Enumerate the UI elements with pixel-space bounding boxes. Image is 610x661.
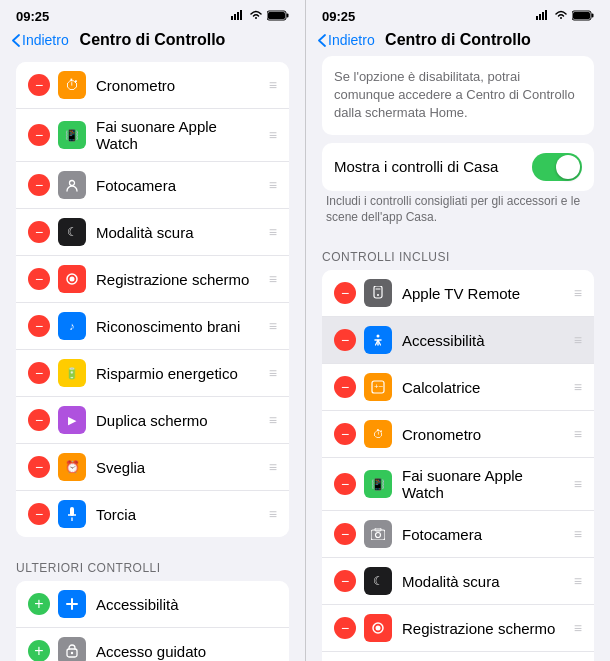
list-item[interactable]: − 📳 Fai suonare Apple Watch ≡: [322, 458, 594, 511]
list-item[interactable]: − ♪ Riconoscimento brani ≡: [16, 303, 289, 350]
drag-handle[interactable]: ≡: [574, 332, 582, 348]
remove-button[interactable]: −: [28, 221, 50, 243]
remove-button[interactable]: −: [28, 74, 50, 96]
drag-handle[interactable]: ≡: [269, 77, 277, 93]
toggle-switch[interactable]: [532, 153, 582, 181]
back-label-right: Indietro: [328, 32, 375, 48]
remove-button[interactable]: −: [334, 282, 356, 304]
svg-rect-5: [287, 13, 289, 17]
list-item[interactable]: − Registrazione schermo ≡: [16, 256, 289, 303]
remove-button[interactable]: −: [334, 376, 356, 398]
remove-button[interactable]: −: [28, 503, 50, 525]
item-icon: [58, 171, 86, 199]
drag-handle[interactable]: ≡: [269, 318, 277, 334]
item-label: Cronometro: [402, 426, 566, 443]
item-label: Registrazione schermo: [96, 271, 261, 288]
item-label: Sveglia: [96, 459, 261, 476]
drag-handle[interactable]: ≡: [269, 412, 277, 428]
remove-button[interactable]: −: [28, 268, 50, 290]
drag-handle[interactable]: ≡: [269, 271, 277, 287]
remove-button[interactable]: −: [28, 362, 50, 384]
add-button[interactable]: +: [28, 593, 50, 615]
list-item[interactable]: − Fotocamera ≡: [16, 162, 289, 209]
list-item[interactable]: − Apple TV Remote ≡: [322, 270, 594, 317]
drag-handle[interactable]: ≡: [269, 459, 277, 475]
info-text: Se l'opzione è disabilitata, potrai comu…: [322, 56, 594, 135]
list-item[interactable]: − 📳 Fai suonare Apple Watch ≡: [16, 109, 289, 162]
svg-rect-6: [268, 12, 285, 19]
item-label: Accessibilità: [402, 332, 566, 349]
item-label: Apple TV Remote: [402, 285, 566, 302]
svg-point-12: [71, 652, 73, 654]
item-icon: ⏱: [364, 420, 392, 448]
list-item[interactable]: − ♪ Riconoscimento brani ≡: [322, 652, 594, 661]
svg-point-26: [376, 533, 381, 538]
svg-point-21: [377, 294, 379, 296]
drag-handle[interactable]: ≡: [574, 426, 582, 442]
item-label: Fotocamera: [402, 526, 566, 543]
drag-handle[interactable]: ≡: [574, 476, 582, 492]
add-button[interactable]: +: [28, 640, 50, 661]
item-label: Fotocamera: [96, 177, 261, 194]
list-item[interactable]: − Torcia ≡: [16, 491, 289, 537]
list-item[interactable]: − ☾ Modalità scura ≡: [322, 558, 594, 605]
list-item[interactable]: − ▶ Duplica schermo ≡: [16, 397, 289, 444]
list-item[interactable]: − ⏰ Sveglia ≡: [16, 444, 289, 491]
drag-handle[interactable]: ≡: [574, 620, 582, 636]
item-label: Duplica schermo: [96, 412, 261, 429]
svg-rect-14: [539, 14, 541, 20]
svg-rect-13: [536, 16, 538, 20]
status-icons-left: [231, 10, 289, 23]
remove-button[interactable]: −: [28, 174, 50, 196]
section-header-right: CONTROLLI INCLUSI: [306, 234, 610, 270]
remove-button[interactable]: −: [28, 315, 50, 337]
item-icon: [58, 637, 86, 661]
included-controls-list-left: − ⏱ Cronometro ≡ − 📳 Fai suonare Apple W…: [16, 62, 289, 537]
list-item[interactable]: − Accessibilità ≡: [322, 317, 594, 364]
remove-button[interactable]: −: [334, 423, 356, 445]
item-icon: ☾: [364, 567, 392, 595]
drag-handle[interactable]: ≡: [269, 506, 277, 522]
item-icon: ⏱: [58, 71, 86, 99]
back-button-right[interactable]: Indietro: [318, 32, 375, 48]
remove-button[interactable]: −: [28, 409, 50, 431]
remove-button[interactable]: −: [334, 523, 356, 545]
drag-handle[interactable]: ≡: [269, 365, 277, 381]
item-label: Risparmio energetico: [96, 365, 261, 382]
drag-handle[interactable]: ≡: [269, 127, 277, 143]
remove-button[interactable]: −: [28, 124, 50, 146]
svg-rect-1: [234, 14, 236, 20]
list-item[interactable]: − 🔋 Risparmio energetico ≡: [16, 350, 289, 397]
list-item[interactable]: + Accessibilità: [16, 581, 289, 628]
list-item[interactable]: − Fotocamera ≡: [322, 511, 594, 558]
remove-button[interactable]: −: [334, 473, 356, 495]
drag-handle[interactable]: ≡: [574, 526, 582, 542]
remove-button[interactable]: −: [334, 617, 356, 639]
toggle-label: Mostra i controlli di Casa: [334, 158, 532, 175]
drag-handle[interactable]: ≡: [574, 573, 582, 589]
svg-rect-19: [573, 12, 590, 19]
svg-point-22: [377, 335, 380, 338]
list-item[interactable]: − ⏱ Cronometro ≡: [322, 411, 594, 458]
list-item[interactable]: − ☾ Modalità scura ≡: [16, 209, 289, 256]
item-icon: +−: [364, 373, 392, 401]
list-item[interactable]: + Accesso guidato: [16, 628, 289, 661]
remove-button[interactable]: −: [28, 456, 50, 478]
list-item[interactable]: − ⏱ Cronometro ≡: [16, 62, 289, 109]
drag-handle[interactable]: ≡: [574, 379, 582, 395]
item-icon: 📳: [58, 121, 86, 149]
item-icon: [58, 500, 86, 528]
left-content: − ⏱ Cronometro ≡ − 📳 Fai suonare Apple W…: [0, 56, 305, 661]
drag-handle[interactable]: ≡: [269, 224, 277, 240]
remove-button[interactable]: −: [334, 570, 356, 592]
time-right: 09:25: [322, 9, 355, 24]
drag-handle[interactable]: ≡: [574, 285, 582, 301]
list-item[interactable]: − Registrazione schermo ≡: [322, 605, 594, 652]
nav-bar-left: Indietro Centro di Controllo: [0, 28, 305, 56]
list-item[interactable]: − +− Calcolatrice ≡: [322, 364, 594, 411]
drag-handle[interactable]: ≡: [269, 177, 277, 193]
back-button-left[interactable]: Indietro: [12, 32, 69, 48]
item-label: Fai suonare Apple Watch: [96, 118, 261, 152]
page-title-right: Centro di Controllo: [385, 31, 531, 49]
remove-button[interactable]: −: [334, 329, 356, 351]
